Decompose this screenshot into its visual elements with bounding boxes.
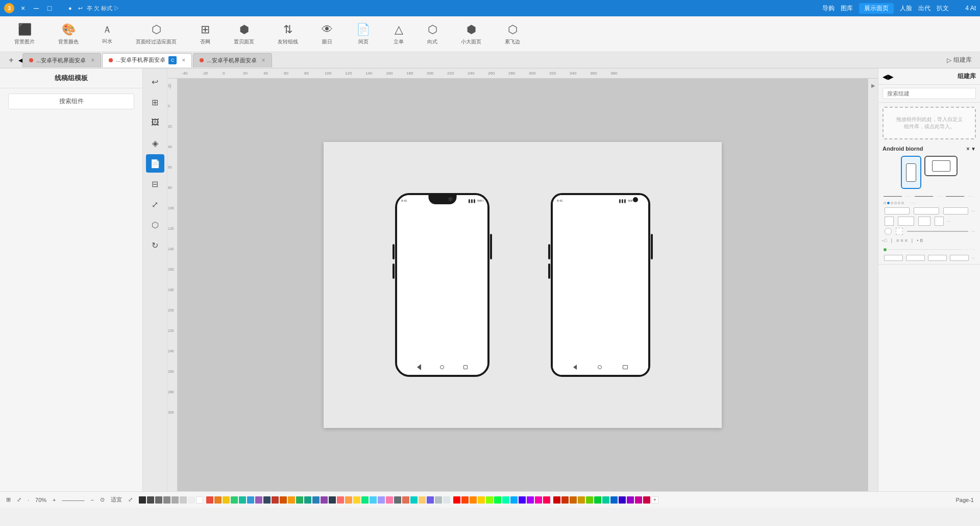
canvas-main[interactable]: 9:41 ▋▋▋ WiFi xyxy=(178,79,868,491)
sidebar-item-grid[interactable]: ⊞ xyxy=(146,93,164,111)
swatch-sky[interactable] xyxy=(370,496,377,504)
swatch-r5[interactable] xyxy=(494,496,501,504)
swatch-teal[interactable] xyxy=(239,496,246,504)
swatch-d12[interactable] xyxy=(643,496,650,504)
swatch-darkorange[interactable] xyxy=(280,496,287,504)
expand-icon[interactable]: ▷ xyxy=(947,57,951,64)
tab-close-3[interactable]: × xyxy=(262,57,265,64)
swatch-r6[interactable] xyxy=(502,496,509,504)
swatch-7[interactable] xyxy=(188,496,195,504)
tab-item-1[interactable]: ...安卓手机界面安卓 × xyxy=(22,53,101,67)
swatch-r4[interactable] xyxy=(486,496,493,504)
swatch-8[interactable] xyxy=(196,496,203,504)
swatch-1[interactable] xyxy=(139,496,146,504)
android-phone-landscape-1[interactable] xyxy=(924,156,958,176)
swatch-r2[interactable] xyxy=(470,496,477,504)
bottom-zoom-in[interactable]: + xyxy=(53,497,56,503)
bottom-zoom-out[interactable]: − xyxy=(91,497,94,503)
tab-close-1[interactable]: × xyxy=(91,57,94,64)
swatch-r8[interactable] xyxy=(519,496,526,504)
toolbar-grid[interactable]: ⊞ 否网 xyxy=(196,21,214,47)
swatch-3[interactable] xyxy=(155,496,162,504)
canvas-area[interactable]: -40 -20 0 20 40 60 80 100 120 140 160 18… xyxy=(167,68,878,491)
tab-back[interactable]: ◀ xyxy=(18,53,22,67)
toolbar-page[interactable]: 📄 间页 xyxy=(352,21,374,47)
maximize-btn[interactable]: □ xyxy=(45,4,54,13)
swatch-darkteal[interactable] xyxy=(304,496,311,504)
swatch-cyan[interactable] xyxy=(410,496,418,504)
toolbar-list[interactable]: △ 立单 xyxy=(389,21,408,47)
swatch-5[interactable] xyxy=(172,496,179,504)
swatch-darkpurple[interactable] xyxy=(321,496,328,504)
swatch-pure-red[interactable] xyxy=(453,496,460,504)
bottom-zoom-slider[interactable]: ———— xyxy=(62,497,85,503)
swatch-darkblue[interactable] xyxy=(263,496,271,504)
bottom-expand-icon[interactable]: ⤢ xyxy=(17,496,21,503)
swatch-d6[interactable] xyxy=(594,496,601,504)
swatch-d4[interactable] xyxy=(578,496,585,504)
sidebar-item-expand[interactable]: ⤢ xyxy=(146,195,164,213)
swatch-r10[interactable] xyxy=(535,496,542,504)
swatch-darkred[interactable] xyxy=(272,496,279,504)
canvas-collapse-icon[interactable]: ▶ xyxy=(871,83,875,88)
swatch-banana[interactable] xyxy=(419,496,426,504)
right-panel-collapse-btn[interactable]: ◀▶ xyxy=(883,73,894,81)
toolbar-style[interactable]: ⬡ 向式 xyxy=(423,21,442,47)
tab-item-3[interactable]: ...安卓手机界面安卓 × xyxy=(193,53,272,67)
swatch-darkgreen[interactable] xyxy=(296,496,303,504)
swatch-gray[interactable] xyxy=(394,496,401,504)
swatch-d1[interactable] xyxy=(553,496,560,504)
menu-item-3[interactable]: 人脸 xyxy=(900,4,912,13)
bottom-fit-label[interactable]: 适宜 xyxy=(111,496,122,504)
swatch-salmon[interactable] xyxy=(402,496,409,504)
tab-add-button[interactable]: + xyxy=(4,53,18,67)
swatch-4[interactable] xyxy=(163,496,170,504)
swatch-green[interactable] xyxy=(231,496,238,504)
sidebar-item-image[interactable]: 🖼 xyxy=(146,113,164,132)
minimize-btn[interactable]: ─ xyxy=(32,4,41,13)
swatch-r11[interactable] xyxy=(543,496,550,504)
menu-item-5[interactable]: 扒文 xyxy=(937,4,949,13)
menu-item-4[interactable]: 出代 xyxy=(918,4,930,13)
right-search-input[interactable] xyxy=(883,88,976,99)
swatch-d10[interactable] xyxy=(627,496,634,504)
swatch-d9[interactable] xyxy=(619,496,626,504)
toolbar-watermark[interactable]: Ａ 叫水 xyxy=(98,21,116,47)
swatch-d11[interactable] xyxy=(635,496,642,504)
android-section-close[interactable]: × ▼ xyxy=(966,146,976,152)
swatch-gold[interactable] xyxy=(288,496,295,504)
swatch-mint[interactable] xyxy=(361,496,369,504)
swatch-coral[interactable] xyxy=(337,496,344,504)
swatch-midnight[interactable] xyxy=(329,496,336,504)
toolbar-size[interactable]: ⬢ 小大面页 xyxy=(457,21,485,47)
swatch-d7[interactable] xyxy=(602,496,609,504)
swatch-lavender[interactable] xyxy=(378,496,385,504)
close-btn[interactable]: × xyxy=(18,4,28,13)
swatch-r9[interactable] xyxy=(527,496,534,504)
menu-item-1[interactable]: 导购 xyxy=(822,4,835,13)
toolbar-eye[interactable]: 👁 眼日 xyxy=(317,21,337,47)
toolbar-page-copy[interactable]: ⬢ 置贝面页 xyxy=(230,21,258,47)
swatch-r1[interactable] xyxy=(461,496,469,504)
undo-icon[interactable]: ↩ xyxy=(78,5,83,12)
swatch-d2[interactable] xyxy=(561,496,569,504)
sidebar-item-refresh[interactable]: ↻ xyxy=(146,236,164,254)
toolbar-page-fit[interactable]: ⬡ 页面经过适应面页 xyxy=(132,21,181,47)
tab-close-2[interactable]: × xyxy=(182,57,185,64)
canvas-right-collapse[interactable]: ▶ xyxy=(868,79,878,491)
swatch-2[interactable] xyxy=(147,496,154,504)
swatch-r3[interactable] xyxy=(478,496,485,504)
color-picker-icon[interactable]: + xyxy=(651,496,658,504)
sidebar-item-page[interactable]: 📄 xyxy=(146,154,164,173)
toolbar-guides[interactable]: ⇅ 友转组线 xyxy=(274,21,302,47)
swatch-d3[interactable] xyxy=(570,496,577,504)
swatch-steelblue[interactable] xyxy=(312,496,320,504)
swatch-orange[interactable] xyxy=(214,496,222,504)
swatch-silver[interactable] xyxy=(435,496,442,504)
toolbar-scroll[interactable]: ⬡ 累飞边 xyxy=(501,21,524,47)
android-phone-portrait-1[interactable] xyxy=(901,156,921,189)
swatch-6[interactable] xyxy=(180,496,187,504)
swatch-violet[interactable] xyxy=(427,496,434,504)
sidebar-item-component[interactable]: ⊟ xyxy=(146,175,164,193)
swatch-red[interactable] xyxy=(206,496,213,504)
